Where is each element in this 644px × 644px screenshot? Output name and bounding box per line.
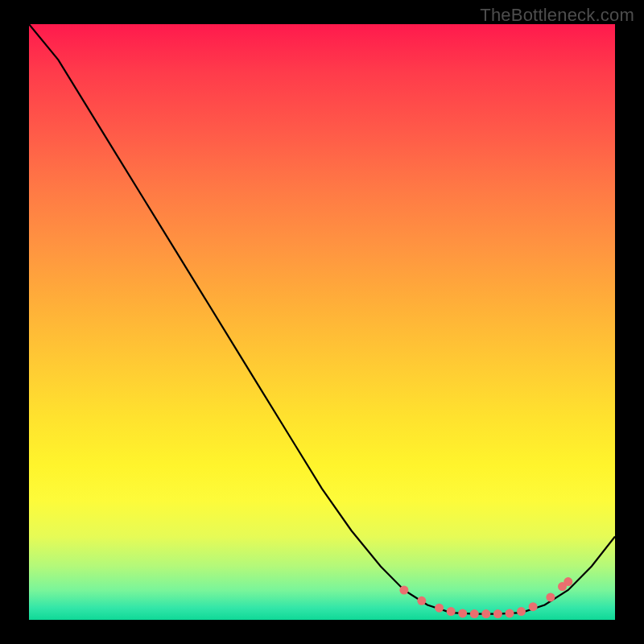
- watermark-text: TheBottleneck.com: [480, 5, 634, 26]
- optimal-marker: [470, 609, 479, 618]
- bottleneck-curve: [29, 24, 615, 614]
- optimal-marker: [493, 609, 502, 618]
- optimal-marker: [417, 597, 426, 605]
- optimal-marker: [564, 577, 572, 586]
- optimal-marker: [481, 609, 490, 618]
- chart-svg: [29, 24, 615, 620]
- optimal-marker: [399, 586, 408, 595]
- optimal-marker: [546, 592, 555, 601]
- optimal-marker: [529, 602, 538, 611]
- optimal-marker: [506, 609, 514, 617]
- optimal-marker: [447, 607, 456, 616]
- optimal-marker: [458, 609, 467, 617]
- optimal-zone-markers: [399, 577, 572, 618]
- optimal-marker: [435, 604, 444, 613]
- chart-plot-area: [29, 24, 615, 620]
- optimal-marker: [517, 607, 526, 616]
